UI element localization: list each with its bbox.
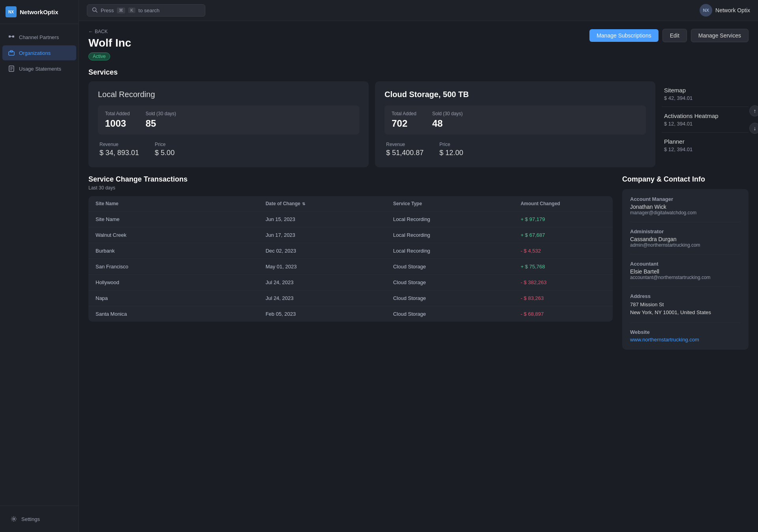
cloud-price-label: Price (439, 142, 463, 147)
table-row: Hollywood Jul 24, 2023 Cloud Storage - $… (88, 275, 613, 290)
row-service-5: Cloud Storage (393, 295, 521, 301)
services-section: Services Local Recording Total Added 100… (88, 68, 749, 167)
row-service-2: Local Recording (393, 248, 521, 254)
company-info-section: Company & Contact Info Account Manager J… (622, 175, 749, 350)
col-amount-changed: Amount Changed (521, 201, 606, 206)
cloud-storage-total-added: Total Added 702 (392, 111, 417, 129)
website-url: www.northernstartrucking.com (630, 337, 741, 343)
table-row: Site Name Jun 15, 2023 Local Recording +… (88, 212, 613, 227)
row-service-0: Local Recording (393, 216, 521, 222)
company-info-title: Company & Contact Info (622, 175, 749, 184)
local-recording-card: Local Recording Total Added 1003 Sold (3… (88, 81, 369, 167)
sitemap-price: $ 42, 394.01 (664, 95, 746, 101)
local-recording-price: Price $ 5.00 (155, 142, 174, 157)
back-link[interactable]: ← BACK (88, 29, 131, 34)
row-service-3: Cloud Storage (393, 264, 521, 270)
side-services: Sitemap $ 42, 394.01 Activations Heatmap… (662, 81, 749, 158)
row-date-6: Feb 05, 2023 (266, 311, 393, 317)
logo-text: NetworkOptix (20, 9, 58, 15)
topbar-user[interactable]: NX Network Optix (700, 4, 750, 17)
accountant-role: Accountant (630, 261, 741, 267)
scroll-down-button[interactable]: ↓ (749, 123, 758, 134)
company-info-card: Account Manager Jonathan Wick manager@di… (622, 189, 749, 350)
sidebar: nx NetworkOptix Channel Partners (0, 0, 79, 532)
sidebar-item-channel-partners[interactable]: Channel Partners (2, 30, 76, 45)
channel-partners-icon (8, 34, 15, 41)
row-site-0: Site Name (96, 216, 266, 222)
sidebar-item-settings-label: Settings (21, 516, 40, 522)
administrator-email: admin@northernstartrucking.com (630, 242, 741, 248)
svg-rect-1 (12, 36, 14, 37)
page-content: ← BACK Wolf Inc Active Manage Subscripti… (79, 21, 758, 532)
manage-services-button[interactable]: Manage Services (691, 29, 749, 42)
sidebar-item-usage-statements[interactable]: Usage Statements (2, 61, 76, 76)
cloud-storage-revenue-row: Revenue $ 51,400.87 Price $ 12.00 (385, 140, 646, 159)
row-date-3: May 01, 2023 (266, 264, 393, 270)
table-row: Santa Monica Feb 05, 2023 Cloud Storage … (88, 306, 613, 322)
search-bar[interactable]: Press ⌘ K to search (87, 4, 205, 17)
row-site-2: Burbank (96, 248, 266, 254)
local-recording-revenue: Revenue $ 34, 893.01 (99, 142, 139, 157)
row-amount-0: + $ 97,179 (521, 216, 606, 222)
col-service-type: Service Type (393, 201, 521, 206)
svg-point-9 (13, 518, 15, 520)
edit-button[interactable]: Edit (662, 29, 687, 42)
organizations-icon (8, 49, 15, 56)
table-row: San Francisco May 01, 2023 Cloud Storage… (88, 259, 613, 275)
transactions-title: Service Change Transactions (88, 175, 613, 184)
search-icon (92, 7, 98, 14)
cloud-sold-value: 48 (432, 118, 463, 129)
account-manager-email: manager@digitalwatchdog.com (630, 210, 741, 215)
row-amount-6: - $ 68,897 (521, 311, 606, 317)
account-manager-role: Account Manager (630, 196, 741, 202)
accountant-block: Accountant Elsie Bartell accountant@nort… (630, 261, 741, 280)
total-added-label: Total Added (105, 111, 130, 116)
accountant-name: Elsie Bartell (630, 268, 741, 275)
cloud-storage-card: Cloud Storage, 500 TB Total Added 702 So… (375, 81, 655, 167)
cloud-storage-title: Cloud Storage, 500 TB (385, 90, 646, 99)
table-row: Walnut Creek Jun 17, 2023 Local Recordin… (88, 227, 613, 243)
page-header: ← BACK Wolf Inc Active Manage Subscripti… (88, 29, 749, 60)
cloud-total-added-label: Total Added (392, 111, 417, 116)
side-services-container: Sitemap $ 42, 394.01 Activations Heatmap… (662, 81, 749, 158)
page-header-left: ← BACK Wolf Inc Active (88, 29, 131, 60)
local-recording-stats: Total Added 1003 Sold (30 days) 85 (98, 105, 359, 135)
cloud-revenue-value: $ 51,400.87 (386, 149, 424, 157)
logo-icon: nx (6, 6, 17, 17)
row-service-4: Cloud Storage (393, 279, 521, 285)
status-badge: Active (88, 52, 110, 60)
row-date-0: Jun 15, 2023 (266, 216, 393, 222)
cloud-total-added-value: 702 (392, 118, 417, 129)
local-recording-total-added: Total Added 1003 (105, 111, 130, 129)
services-row: Local Recording Total Added 1003 Sold (3… (88, 81, 749, 167)
row-amount-1: + $ 67,687 (521, 232, 606, 238)
sidebar-item-organizations[interactable]: Organizations (2, 45, 76, 60)
user-name: Network Optix (715, 7, 750, 13)
row-site-6: Santa Monica (96, 311, 266, 317)
sidebar-item-settings[interactable]: Settings (5, 511, 74, 526)
local-recording-sold: Sold (30 days) 85 (146, 111, 176, 129)
col-date-of-change[interactable]: Date of Change ⇅ (266, 201, 393, 206)
main-content: Press ⌘ K to search NX Network Optix ← B… (79, 0, 758, 532)
search-kbd-k: K (128, 7, 135, 13)
side-service-planner: Planner $ 12, 394.01 (662, 133, 749, 158)
manage-subscriptions-button[interactable]: Manage Subscriptions (589, 29, 659, 42)
sidebar-item-usage-statements-label: Usage Statements (19, 66, 61, 72)
search-placeholder: Press (101, 7, 114, 13)
address-line1: 787 Mission St New York, NY 10001, Unite… (630, 301, 741, 316)
accountant-email: accountant@northernstartrucking.com (630, 275, 741, 280)
account-manager-name: Jonathan Wick (630, 204, 741, 210)
cloud-storage-sold: Sold (30 days) 48 (432, 111, 463, 129)
col-site-name: Site Name (96, 201, 266, 206)
row-service-6: Cloud Storage (393, 311, 521, 317)
price-label: Price (155, 142, 174, 147)
row-amount-3: + $ 75,768 (521, 264, 606, 270)
svg-line-11 (96, 11, 98, 12)
row-site-3: San Francisco (96, 264, 266, 270)
website-label: Website (630, 329, 741, 335)
administrator-name: Cassandra Durgan (630, 236, 741, 242)
sitemap-name: Sitemap (664, 87, 746, 94)
scroll-up-button[interactable]: ↑ (749, 105, 758, 116)
services-section-title: Services (88, 68, 749, 77)
cloud-price-value: $ 12.00 (439, 149, 463, 157)
